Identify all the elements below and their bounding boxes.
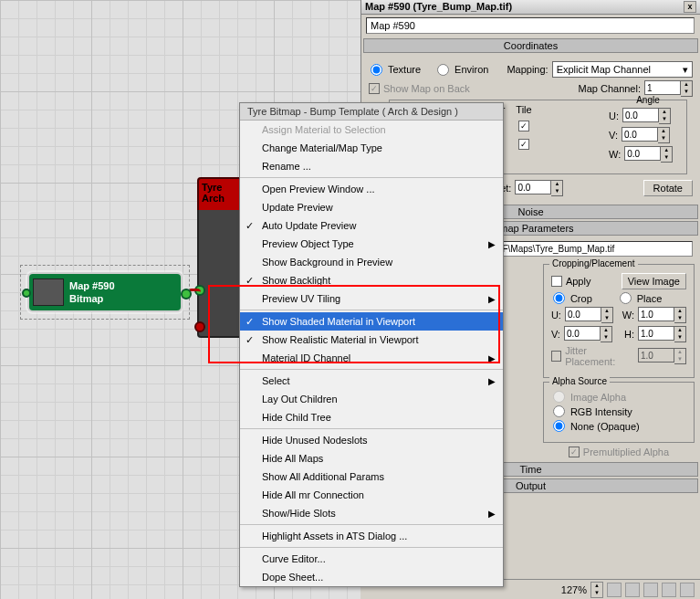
menu-separator (240, 369, 503, 370)
chevron-down-icon: ▾ (683, 64, 688, 76)
menu-item-label: Open Preview Window ... (262, 184, 375, 194)
menu-item-label: Hide All mr Connection (262, 489, 364, 500)
menu-separator (240, 428, 503, 429)
crop-w-spinner[interactable]: ▲▼ (638, 307, 686, 323)
crop-radio[interactable] (553, 292, 565, 304)
node-input-port-2[interactable] (194, 321, 205, 332)
menu-item[interactable]: ✓Show Realistic Material in Viewport (240, 331, 503, 349)
menu-item[interactable]: Hide Unused Nodeslots (240, 431, 503, 449)
menu-item[interactable]: ✓Show Backlight (240, 271, 503, 289)
menu-item-label: Show All Additional Params (262, 471, 384, 482)
texture-label: Texture (388, 64, 421, 75)
menu-item[interactable]: Dope Sheet... (240, 568, 503, 586)
menu-item[interactable]: Open Preview Window ... (240, 180, 503, 198)
menu-item: Assign Material to Selection (240, 121, 503, 139)
check-icon: ✓ (246, 334, 254, 346)
menu-item-label: Show Shaded Material in Viewport (262, 316, 415, 327)
environ-radio[interactable] (437, 64, 449, 76)
u-angle-spinner[interactable]: ▲▼ (622, 108, 671, 124)
crop-v-spinner[interactable]: ▲▼ (564, 326, 612, 342)
menu-item-label: Show/Hide Slots (262, 508, 336, 519)
show-map-on-back-checkbox: ✓ (369, 83, 380, 94)
menu-item-label: Hide Child Tree (262, 412, 331, 423)
alpha-rgb-radio[interactable] (553, 405, 565, 417)
menu-item-label: Material ID Channel (262, 352, 350, 363)
v-tile-checkbox[interactable]: ✓ (518, 139, 529, 150)
jitter-spinner: ▲▼ (638, 348, 686, 364)
menu-item[interactable]: Lay Out Children (240, 390, 503, 408)
zoom-tool-icon[interactable] (625, 583, 640, 597)
menu-item-label: Show Background in Preview (262, 257, 392, 268)
environ-label: Environ (454, 64, 488, 75)
view-image-button[interactable]: View Image (622, 273, 686, 289)
place-radio[interactable] (620, 292, 632, 304)
jitter-checkbox (551, 351, 561, 362)
menu-item[interactable]: Show All Additional Params (240, 468, 503, 486)
w-angle-spinner[interactable]: ▲▼ (624, 146, 673, 163)
menu-item-label: Hide Unused Nodeslots (262, 435, 368, 446)
menu-item[interactable]: Hide All mr Connection (240, 486, 503, 504)
menu-item[interactable]: Highlight Assets in ATS Dialog ... (240, 527, 503, 545)
menu-item-label: Show Realistic Material in Viewport (262, 334, 419, 345)
menu-item[interactable]: Hide All Maps (240, 449, 503, 468)
submenu-arrow-icon: ▶ (488, 509, 496, 519)
menu-item[interactable]: Preview Object Type▶ (240, 235, 503, 253)
cropping-group: Cropping/Placement Apply View Image Crop… (543, 264, 695, 378)
menu-item[interactable]: Preview UV Tiling▶ (240, 289, 503, 308)
menu-item-label: Preview Object Type (262, 238, 354, 249)
map-name-input[interactable] (366, 17, 695, 34)
menu-item[interactable]: ✓Show Shaded Material in Viewport (240, 312, 503, 331)
u-tile-checkbox[interactable]: ✓ (518, 121, 529, 131)
zoom-extents-icon[interactable] (662, 583, 676, 597)
node-thumbnail (33, 278, 64, 306)
show-map-on-back-label: Show Map on Back (383, 83, 470, 94)
menu-item[interactable]: Show Background in Preview (240, 253, 503, 271)
menu-item-label: Show Backlight (262, 275, 330, 286)
menu-item-label: Curve Editor... (262, 553, 326, 564)
menu-item[interactable]: ✓Auto Update Preview (240, 216, 503, 235)
menu-item[interactable]: Hide Child Tree (240, 408, 503, 426)
menu-separator (240, 177, 503, 178)
menu-item-label: Assign Material to Selection (262, 124, 386, 135)
apply-checkbox[interactable] (551, 276, 562, 287)
submenu-arrow-icon: ▶ (488, 376, 496, 386)
menu-item[interactable]: Change Material/Map Type (240, 139, 503, 157)
menu-item[interactable]: Show/Hide Slots▶ (240, 504, 503, 522)
zoom-value: 127% (561, 584, 587, 595)
node-title: Map #590 (69, 279, 115, 292)
panel-title: Map #590 (Tyre_Bump_Map.tif) (365, 1, 512, 13)
close-button[interactable]: x (684, 1, 696, 13)
node-output-port[interactable] (181, 289, 192, 300)
menu-item[interactable]: Curve Editor... (240, 550, 503, 568)
bitmap-map-node[interactable]: Map #590 Bitmap (27, 272, 183, 312)
mapping-dropdown[interactable]: Explicit Map Channel▾ (552, 61, 693, 78)
menu-item-label: Hide All Maps (262, 453, 323, 464)
alpha-source-group: Alpha Source Image Alpha RGB Intensity N… (543, 382, 695, 443)
menu-item[interactable]: Rename ... (240, 157, 503, 175)
node-port-left[interactable] (22, 289, 31, 298)
premult-checkbox: ✓ (569, 447, 580, 457)
layout-tool-icon[interactable] (680, 583, 695, 597)
context-menu-header: Tyre Bitmap - Bump Template ( Arch & Des… (240, 103, 503, 121)
alpha-none-radio[interactable] (553, 420, 565, 432)
menu-item[interactable]: Material ID Channel▶ (240, 349, 503, 367)
crop-u-spinner[interactable]: ▲▼ (565, 307, 613, 323)
check-icon: ✓ (246, 316, 254, 328)
menu-separator (240, 547, 503, 548)
coordinates-rollout-header[interactable]: Coordinates (363, 38, 698, 53)
menu-item-label: Auto Update Preview (262, 220, 356, 231)
menu-separator (240, 524, 503, 525)
node-type: Bitmap (69, 292, 115, 305)
rotate-button[interactable]: Rotate (643, 180, 693, 196)
blur-offset-spinner[interactable]: ▲▼ (515, 180, 563, 196)
v-angle-spinner[interactable]: ▲▼ (622, 127, 670, 143)
menu-item[interactable]: Select▶ (240, 372, 503, 390)
submenu-arrow-icon: ▶ (488, 353, 496, 363)
menu-item[interactable]: Update Preview (240, 198, 503, 216)
pan-tool-icon[interactable] (607, 583, 622, 597)
crop-h-spinner[interactable]: ▲▼ (638, 326, 686, 342)
menu-item-label: Change Material/Map Type (262, 142, 382, 153)
zoom-region-icon[interactable] (643, 583, 658, 597)
menu-item-label: Select (262, 375, 290, 386)
texture-radio[interactable] (371, 64, 382, 76)
